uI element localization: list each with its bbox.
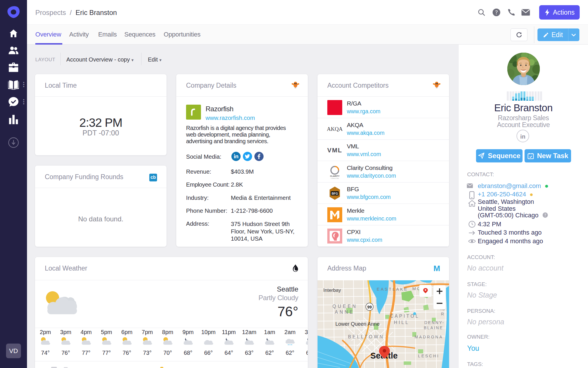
svg-text:CONSULTING: CONSULTING [331, 178, 339, 179]
svg-text:HILL: HILL [394, 320, 409, 325]
svg-text:Lower Queen Anne: Lower Queen Anne [335, 321, 380, 327]
svg-text:CLARITY: CLARITY [330, 175, 340, 177]
svg-text:R: R [441, 312, 444, 316]
svg-text:Interbay: Interbay [323, 288, 341, 293]
svg-text:MADRONA: MADRONA [415, 335, 443, 339]
svg-text:BELLTOWN: BELLTOWN [348, 334, 384, 339]
svg-text:BLAINE: BLAINE [424, 325, 443, 330]
svg-text:LESCHI: LESCHI [418, 354, 440, 358]
svg-text:DENNY-: DENNY- [424, 320, 444, 325]
svg-text:QUEEN: QUEEN [332, 304, 357, 309]
svg-text:99: 99 [367, 305, 372, 309]
svg-text:BFG: BFG [332, 192, 338, 195]
svg-text:EASTLAKE: EASTLAKE [377, 287, 408, 292]
svg-text:CAPITOL: CAPITOL [390, 314, 419, 319]
svg-text:ANNE: ANNE [335, 310, 354, 315]
